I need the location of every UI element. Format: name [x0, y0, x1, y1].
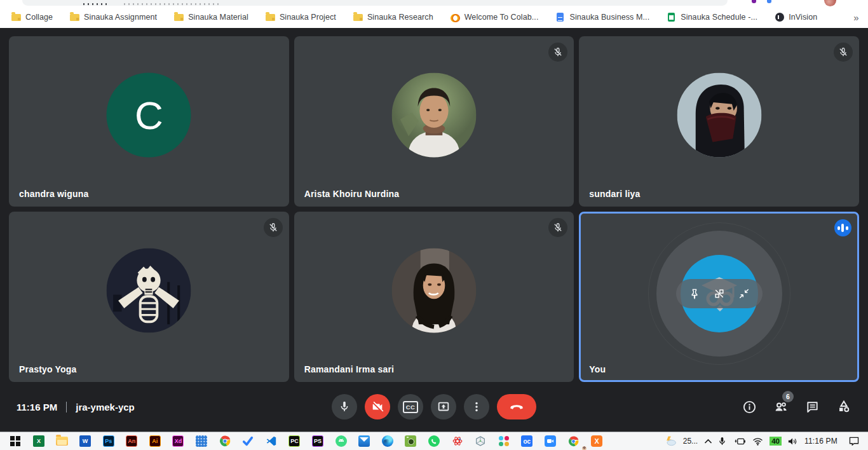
- tray-overflow-chevron[interactable]: [704, 439, 712, 444]
- phpstorm-icon: PS: [312, 435, 323, 447]
- taskbar-illustrator[interactable]: Ai: [144, 432, 167, 450]
- call-end-icon: [508, 399, 525, 415]
- taskbar-camera-app[interactable]: [399, 432, 423, 450]
- participant-name: You: [589, 364, 606, 374]
- avatar-letter: C: [135, 93, 163, 138]
- minimize-tile-button[interactable]: [738, 287, 750, 300]
- taskbar-android-app[interactable]: [329, 432, 353, 450]
- action-center-icon[interactable]: [849, 437, 859, 446]
- taskbar-whatsapp[interactable]: [423, 432, 446, 450]
- bookmark-label: Sinauka Research: [367, 13, 433, 22]
- pin-tile-button[interactable]: [688, 287, 701, 300]
- present-icon: [437, 400, 451, 414]
- bookmarks-overflow-chevron[interactable]: »: [853, 12, 858, 23]
- taskbar-hexagon-app[interactable]: [469, 432, 492, 450]
- participant-tile-arista[interactable]: Arista Khoiru Nurdina: [294, 36, 574, 207]
- activities-button[interactable]: [836, 399, 851, 414]
- bookmark-sinauka-schedule[interactable]: Sinauka Schedule -...: [667, 13, 757, 22]
- taskbar-chrome-profile[interactable]: [562, 432, 585, 450]
- edge-icon: [382, 435, 393, 447]
- taskbar-animate[interactable]: An: [120, 432, 144, 450]
- taskbar-phpstorm[interactable]: PS: [306, 432, 330, 450]
- wifi-icon[interactable]: [752, 437, 763, 446]
- volume-icon[interactable]: [788, 437, 798, 446]
- animate-icon: An: [126, 435, 137, 447]
- taskbar-zoom-app[interactable]: [539, 432, 562, 450]
- participant-photo-avatar: [391, 249, 476, 333]
- taskbar-xampp[interactable]: X: [585, 432, 609, 450]
- photoshop-icon: Ps: [103, 435, 114, 447]
- start-button[interactable]: [4, 432, 27, 450]
- bookmark-sinauka-assignment[interactable]: Sinauka Assignment: [70, 13, 157, 22]
- activities-icon: [836, 399, 851, 414]
- taskbar-photoshop[interactable]: Ps: [97, 432, 120, 450]
- bookmark-sinauka-business[interactable]: Sinauka Business M...: [555, 13, 649, 22]
- taskbar-mail[interactable]: [353, 432, 376, 450]
- profile-badge-icon: [581, 446, 587, 450]
- weather-icon[interactable]: [664, 435, 677, 447]
- divider: [66, 402, 67, 412]
- participants-button[interactable]: 6: [773, 399, 789, 414]
- taskbar-word[interactable]: W: [74, 432, 97, 450]
- address-bar[interactable]: [22, 0, 728, 6]
- call-controls: CC: [332, 394, 536, 419]
- participant-name: Arista Khoiru Nurdina: [304, 189, 400, 199]
- present-screen-button[interactable]: [431, 394, 456, 419]
- mail-icon: [358, 435, 370, 447]
- taskbar-pycharm[interactable]: PC: [283, 432, 306, 450]
- pinwheel-app-icon: [499, 436, 509, 446]
- letter-avatar: C: [107, 73, 191, 158]
- battery-percent-badge[interactable]: 40: [770, 437, 782, 446]
- camera-off-button[interactable]: [365, 394, 390, 419]
- taskbar-clock[interactable]: 11:16 PM: [804, 437, 837, 446]
- remove-tile-button[interactable]: [713, 287, 726, 300]
- taskbar-pinwheel-app[interactable]: [492, 432, 515, 450]
- bookmark-colab[interactable]: Welcome To Colab...: [451, 13, 539, 22]
- taskbar-adobe-xd[interactable]: Xd: [166, 432, 190, 450]
- mic-muted-icon: [264, 218, 283, 237]
- chat-button[interactable]: [805, 400, 820, 414]
- bookmarks-bar: Collage Sinauka Assignment Sinauka Mater…: [0, 6, 868, 28]
- taskbar-red-swirl-app[interactable]: [445, 432, 469, 450]
- chrome-icon: [219, 435, 231, 447]
- end-call-button[interactable]: [497, 394, 536, 419]
- more-options-button[interactable]: [464, 394, 489, 419]
- mic-in-use-icon[interactable]: [719, 437, 726, 446]
- meeting-details-button[interactable]: [742, 400, 757, 414]
- extension-icon[interactable]: [767, 0, 771, 3]
- bookmark-sinauka-material[interactable]: Sinauka Material: [174, 13, 248, 22]
- bookmark-sinauka-research[interactable]: Sinauka Research: [353, 13, 433, 22]
- red-swirl-app-icon: [452, 435, 463, 447]
- bookmark-collage[interactable]: Collage: [11, 13, 53, 22]
- microphone-button[interactable]: [332, 394, 357, 419]
- oc-app-icon: oc: [521, 435, 532, 447]
- extension-icon[interactable]: [752, 0, 756, 3]
- folder-icon: [353, 13, 363, 22]
- participant-tile-sundari[interactable]: sundari liya: [579, 36, 859, 207]
- taskbar-oc-app[interactable]: oc: [515, 432, 539, 450]
- captions-button[interactable]: CC: [398, 394, 423, 419]
- taskbar-excel[interactable]: X: [27, 432, 51, 450]
- taskbar-vscode[interactable]: [260, 432, 283, 450]
- chrome-icon: [568, 436, 579, 447]
- check-app-icon: [242, 435, 254, 447]
- meeting-info: 11:16 PM jra-ymek-ycp: [17, 402, 135, 412]
- browser-profile-avatar[interactable]: [824, 0, 836, 6]
- participant-tile-chandra-wiguna[interactable]: C chandra wiguna: [9, 36, 289, 207]
- taskbar-chrome[interactable]: [213, 432, 236, 450]
- bookmark-label: Sinauka Material: [188, 13, 248, 22]
- participant-name: sundari liya: [589, 189, 640, 199]
- taskbar-check-app[interactable]: [236, 432, 260, 450]
- participant-tile-prastyo[interactable]: Prastyo Yoga: [9, 212, 289, 382]
- taskbar-blue-grid-app[interactable]: [190, 432, 214, 450]
- participants-count-badge: 6: [782, 391, 794, 402]
- taskbar-edge[interactable]: [376, 432, 400, 450]
- bookmark-sinauka-project[interactable]: Sinauka Project: [266, 13, 336, 22]
- taskbar-file-explorer[interactable]: [50, 432, 74, 450]
- meeting-panels: 6: [742, 399, 851, 414]
- weather-temperature[interactable]: 25...: [683, 437, 698, 446]
- participant-tile-ramandani[interactable]: Ramandani Irma sari: [294, 212, 574, 382]
- bookmark-invision[interactable]: InVision: [775, 13, 817, 22]
- participant-tile-you[interactable]: You: [579, 212, 859, 382]
- battery-plugged-icon[interactable]: [732, 437, 746, 446]
